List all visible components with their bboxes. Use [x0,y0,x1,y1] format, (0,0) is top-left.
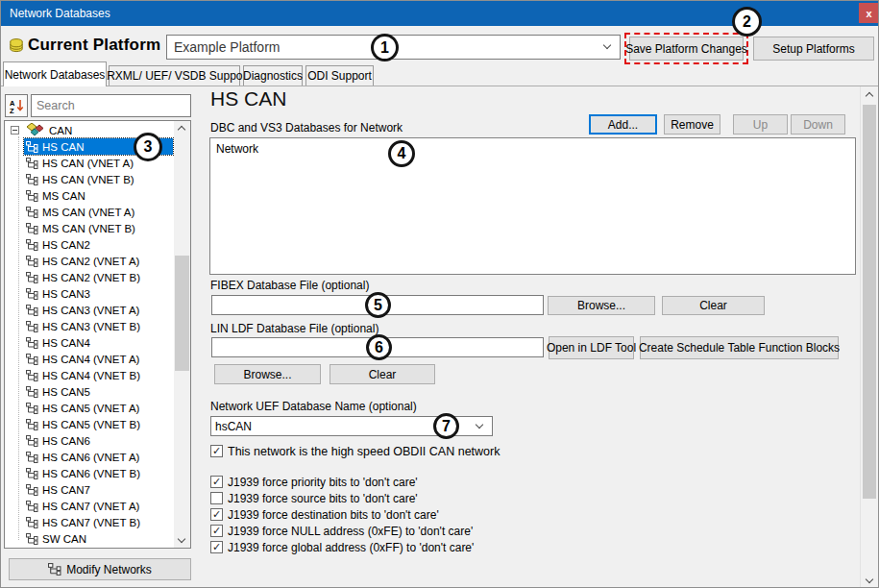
search-input[interactable] [31,94,191,117]
save-platform-changes-button[interactable]: Save Platform Changes [629,37,744,61]
tree-item-content[interactable]: HS CAN4 [24,334,173,351]
network-node-icon [26,435,38,447]
tree-item: HS CAN2 [5,236,173,253]
network-node-icon [26,501,38,512]
tree-item-label: HS CAN6 (VNET A) [42,452,139,463]
j1939-checkbox-row: J1939 force global address (0xFF) to 'do… [210,540,474,554]
tree-item-label: HS CAN4 (VNET A) [42,354,139,365]
network-node-icon [26,419,38,430]
scroll-up-icon[interactable] [866,92,873,100]
dbc-database-list[interactable]: Network [209,137,856,275]
j1939-checkbox[interactable] [210,541,223,553]
fibex-label: FIBEX Database File (optional) [210,279,369,292]
tree-item: HS CAN7 (VNET A) [5,498,173,514]
tree-scrollbar[interactable] [174,121,190,548]
modify-networks-label: Modify Networks [66,563,152,576]
tree-item-content[interactable]: HS CAN6 [24,432,173,449]
tree-item-content[interactable]: MS CAN [24,187,173,204]
network-node-icon [26,321,38,332]
network-node-icon [26,141,38,153]
tree-item-content[interactable]: HS CAN7 (VNET B) [24,514,173,530]
scroll-up-icon[interactable] [178,126,185,134]
modify-networks-button[interactable]: Modify Networks [9,558,191,580]
setup-platforms-button[interactable]: Setup Platforms [753,37,874,61]
tree-item: MS CAN (VNET A) [5,204,173,220]
tree-item-content[interactable]: HS CAN5 (VNET B) [24,416,173,432]
tree-item-label: MS CAN (VNET A) [42,207,134,218]
tree-item-label: HS CAN2 [42,239,90,251]
uef-name-value: hsCAN [215,420,252,433]
dbc-list-label: DBC and VS3 Databases for Network [210,121,403,135]
j1939-checkbox[interactable] [210,525,223,537]
tree-item-label: HS CAN7 (VNET A) [42,501,139,512]
page-title: HS CAN [210,87,286,110]
scroll-down-icon[interactable] [866,576,873,583]
tree-item: HS CAN6 [5,432,173,449]
tree-item-content[interactable]: HS CAN6 (VNET A) [24,449,173,465]
j1939-checkbox-label: J1939 force priority bits to 'don't care… [228,476,418,489]
tree-item-content[interactable]: HS CAN4 (VNET A) [24,351,173,367]
tree-item-content[interactable]: HS CAN2 [24,236,173,253]
network-node-icon [26,517,38,528]
tree-item-content[interactable]: HS CAN7 [24,481,173,498]
tree-item-label: HS CAN6 (VNET B) [42,468,140,479]
sort-az-button[interactable]: A Z [5,94,28,117]
network-node-icon [26,370,38,381]
fibex-browse-button[interactable]: Browse... [548,296,655,315]
collapse-minus-icon[interactable] [11,126,19,135]
ldf-browse-button[interactable]: Browse... [214,364,321,384]
j1939-checkbox[interactable] [210,476,223,488]
tree-item-content[interactable]: HS CAN (VNET B) [24,171,173,187]
network-node-icon [26,223,38,234]
j1939-checkbox[interactable] [210,492,223,504]
tree-item-content[interactable]: MS CAN (VNET B) [24,220,173,236]
main-scrollbar[interactable] [860,86,878,588]
network-node-icon [26,305,38,316]
tree-item-content[interactable]: HS CAN3 (VNET A) [24,302,173,318]
tree-item-label: MS CAN [42,190,85,202]
tree-item-content[interactable]: HS CAN5 [24,383,173,400]
j1939-checkbox[interactable] [210,508,223,521]
tree-item-label: HS CAN [42,141,84,153]
obdii-checkbox-row: This network is the high speed OBDII CAN… [210,444,500,458]
annotation-1: 1 [371,34,399,61]
svg-text:Z: Z [10,107,14,114]
tree-scrollbar-thumb[interactable] [175,256,189,371]
current-platform-label: Current Platform [28,36,160,55]
tree-item-content[interactable]: SW CAN [24,530,173,547]
tab-diagnostics[interactable]: Diagnostics [243,65,303,86]
network-node-icon [26,403,38,414]
tree-item-content[interactable]: HS CAN6 (VNET B) [24,465,173,481]
close-button[interactable]: x [859,3,879,23]
obdii-checkbox[interactable] [210,445,223,457]
create-schedule-table-button[interactable]: Create Schedule Table Function Blocks [640,336,839,359]
down-button[interactable]: Down [791,114,845,135]
up-button[interactable]: Up [733,114,788,135]
tree-item-content[interactable]: MS CAN (VNET A) [24,204,173,220]
tree-item-label: HS CAN4 [42,337,90,349]
tree-item-label: HS CAN3 (VNET B) [42,321,140,332]
tree-item: HS CAN3 (VNET A) [5,302,173,318]
tree-item-content[interactable]: HS CAN7 (VNET A) [24,498,173,514]
tree-item-content[interactable]: HS CAN4 (VNET B) [24,367,173,383]
tab-network-databases[interactable]: Network Databases [3,61,107,86]
tree-item-label: HS CAN2 (VNET A) [42,256,139,267]
ldf-clear-button[interactable]: Clear [330,364,435,384]
tree-item-content[interactable]: HS CAN5 (VNET A) [24,400,173,416]
fibex-clear-button[interactable]: Clear [662,296,765,315]
main-scrollbar-thumb[interactable] [863,105,876,499]
add-button[interactable]: Add... [589,114,657,135]
tree-item-label: HS CAN (VNET A) [42,158,134,169]
remove-button[interactable]: Remove [664,114,720,135]
network-tree[interactable]: CAN HS CANHS CAN (VNET A)HS CAN (VNET B)… [4,120,191,549]
tree-item-content[interactable]: HS CAN2 (VNET B) [24,269,173,285]
tree-item-content[interactable]: HS CAN3 (VNET B) [24,318,173,334]
scroll-down-icon[interactable] [178,535,185,543]
network-node-icon [26,468,38,479]
open-in-ldf-tool-button[interactable]: Open in LDF Tool [549,336,634,359]
tab-arxml-uef-vsdb-support[interactable]: ARXML/ UEF/ VSDB Support [109,65,240,86]
tree-item-content[interactable]: HS CAN3 [24,285,173,302]
tree-item-content[interactable]: HS CAN2 (VNET A) [24,253,173,269]
tab-odi-support[interactable]: ODI Support [305,65,374,86]
annotation-2: 2 [732,7,762,37]
